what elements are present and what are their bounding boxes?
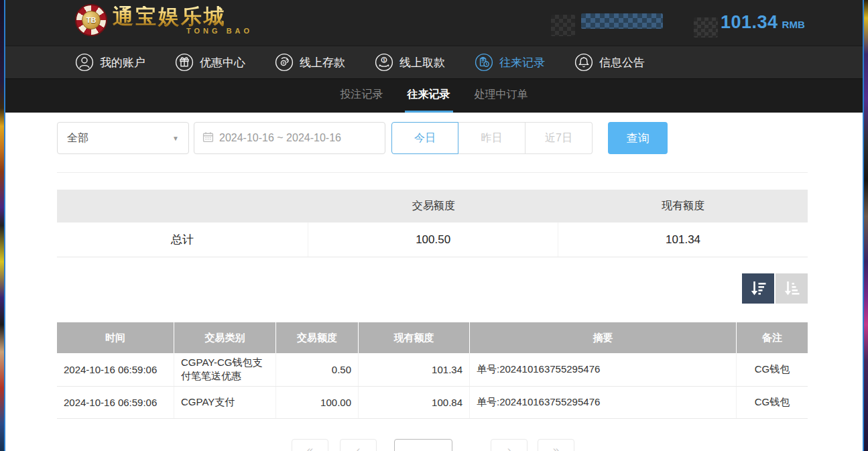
cell-time: 2024-10-16 06:59:06 [57, 353, 174, 386]
nav-item-my-account[interactable]: 我的账户 [75, 53, 145, 72]
nav-label: 我的账户 [100, 55, 145, 70]
header-amount: 交易额度 [276, 322, 359, 353]
nav-item-announcements[interactable]: 信息公告 [574, 53, 645, 72]
tab-pending-orders[interactable]: 处理中订单 [472, 79, 531, 113]
nav-label: 优惠中心 [200, 55, 245, 70]
chip-monogram: TB [82, 11, 101, 29]
nav-label: 线上存款 [300, 55, 345, 70]
cell-amount: 100.00 [276, 387, 359, 418]
summary-current-total: 101.34 [558, 222, 808, 257]
brand-title-en: TONG BAO [113, 27, 253, 35]
wallet-balance: 101.34RMB [721, 12, 805, 33]
divider [57, 172, 808, 173]
summary-table: 交易额度 现有额度 总计 100.50 101.34 [57, 190, 808, 257]
search-button[interactable]: 查询 [608, 122, 668, 154]
quick-last7days-button[interactable]: 近7日 [525, 122, 593, 154]
nav-label: 往来记录 [499, 55, 545, 70]
pagination-last-button[interactable]: » [538, 439, 574, 451]
main-nav: 我的账户 优惠中心 线上存款 $ 线上取款 往来记录 信息公告 [5, 46, 863, 78]
table-header-row: 时间 交易类别 交易额度 现有额度 摘要 备注 [57, 322, 808, 353]
chevron-down-icon: ▼ [172, 135, 179, 142]
page: TB 通宝娱乐城 TONG BAO 101.34RMB 我的账户 优惠中心 [0, 0, 868, 451]
cell-amount: 0.50 [276, 353, 359, 386]
summary-header-row: 交易额度 现有额度 [57, 190, 808, 222]
header-note: 备注 [737, 322, 808, 353]
tab-label: 投注记录 [340, 88, 383, 102]
table-row: 2024-10-16 06:59:06 CGPAY-CG钱包支付笔笔送优惠 0.… [57, 353, 808, 387]
nav-item-withdraw[interactable]: $ 线上取款 [375, 53, 445, 72]
nav-item-records[interactable]: 往来记录 [475, 53, 545, 72]
balance-amount: 101.34 [721, 12, 778, 32]
header-time: 时间 [57, 322, 174, 353]
account-area: 101.34RMB [541, 0, 863, 46]
nav-item-deposit[interactable]: 线上存款 [275, 53, 345, 72]
sub-tab-bar: 投注记录 往来记录 处理中订单 [5, 78, 863, 113]
cell-balance: 100.84 [359, 387, 470, 418]
svg-text:$: $ [383, 58, 385, 62]
nav-label: 线上取款 [399, 55, 445, 70]
summary-header-empty [57, 190, 308, 222]
quick-yesterday-button[interactable]: 昨日 [458, 122, 525, 154]
cell-note: CG钱包 [737, 353, 808, 386]
quick-range-group: 今日 昨日 近7日 [391, 122, 593, 154]
cell-summary: 单号:202410163755295476 [470, 353, 737, 386]
calendar-icon [202, 131, 214, 145]
summary-transaction-total: 100.50 [308, 222, 558, 257]
quick-today-button[interactable]: 今日 [391, 122, 458, 154]
tab-label: 处理中订单 [475, 88, 528, 102]
background-art-left [0, 0, 5, 451]
pagination-next-button[interactable]: › [491, 439, 528, 451]
header-balance: 现有额度 [359, 322, 470, 353]
header-type: 交易类别 [174, 322, 276, 353]
username-blurred [581, 13, 663, 29]
summary-header-current: 现有额度 [558, 190, 808, 222]
background-art-right [863, 0, 868, 451]
summary-header-transaction: 交易额度 [308, 190, 558, 222]
date-range-input[interactable]: 2024-10-16 ~ 2024-10-16 [194, 122, 385, 154]
cell-type: CGPAY-CG钱包支付笔笔送优惠 [174, 353, 276, 386]
summary-total-row: 总计 100.50 101.34 [57, 222, 808, 257]
bell-icon [574, 53, 593, 72]
records-table: 时间 交易类别 交易额度 现有额度 摘要 备注 2024-10-16 06:59… [57, 322, 808, 419]
cell-time: 2024-10-16 06:59:06 [57, 387, 174, 418]
sort-ascending-button[interactable] [776, 273, 808, 304]
user-icon [75, 53, 94, 72]
tab-label: 往来记录 [408, 88, 450, 102]
brand-title: 通宝娱乐城 TONG BAO [113, 6, 253, 35]
balance-currency: RMB [782, 19, 805, 30]
pagination-first-button[interactable]: « [292, 439, 328, 451]
pagination-prev-button[interactable]: ‹ [340, 439, 377, 451]
sort-descending-button[interactable] [742, 273, 774, 304]
avatar-blurred [551, 15, 575, 36]
table-row: 2024-10-16 06:59:06 CGPAY支付 100.00 100.8… [57, 387, 808, 419]
pagination-page-box[interactable] [394, 439, 452, 451]
type-dropdown-value: 全部 [67, 131, 88, 145]
poker-chip-icon: TB [75, 4, 107, 36]
deposit-icon [275, 53, 294, 72]
brand-title-cn: 通宝娱乐城 [113, 6, 253, 27]
summary-total-label: 总计 [57, 222, 308, 257]
nav-label: 信息公告 [599, 55, 645, 70]
cell-summary: 单号:202410163755295476 [470, 387, 737, 418]
brand-logo[interactable]: TB 通宝娱乐城 TONG BAO [75, 4, 253, 36]
type-dropdown[interactable]: 全部 ▼ [57, 122, 189, 154]
top-bar: TB 通宝娱乐城 TONG BAO 101.34RMB [5, 0, 863, 46]
cell-balance: 101.34 [359, 353, 470, 386]
header-summary: 摘要 [470, 322, 737, 353]
date-range-value: 2024-10-16 ~ 2024-10-16 [219, 132, 341, 144]
tab-bet-records[interactable]: 投注记录 [338, 79, 386, 113]
gift-icon [175, 53, 194, 72]
tab-transaction-records[interactable]: 往来记录 [405, 79, 453, 113]
coin-icon-blurred [694, 17, 718, 38]
nav-item-promotions[interactable]: 优惠中心 [175, 53, 245, 72]
cell-note: CG钱包 [737, 387, 808, 418]
withdraw-icon: $ [375, 53, 393, 72]
cell-type: CGPAY支付 [174, 387, 276, 418]
records-icon [475, 53, 493, 72]
